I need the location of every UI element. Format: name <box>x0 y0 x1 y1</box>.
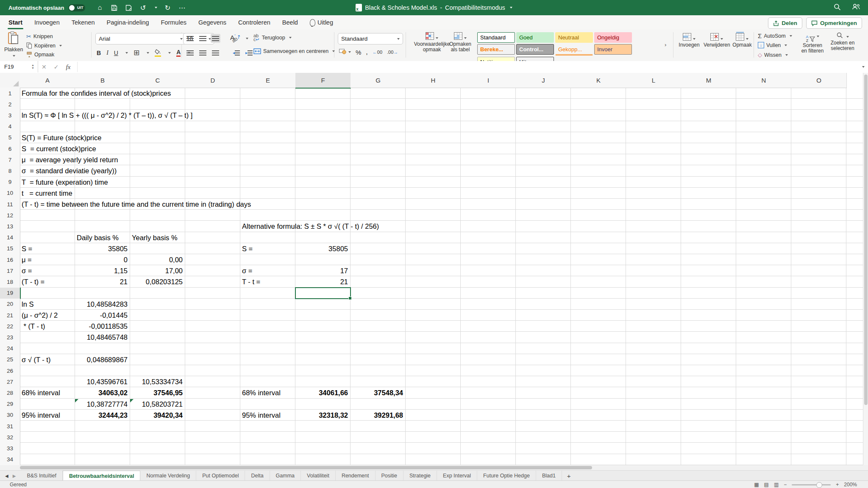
align-right-button[interactable] <box>211 48 220 57</box>
row-header-19[interactable]: 19 <box>0 288 21 299</box>
cell-C29[interactable]: 10,58203721 <box>113 399 183 410</box>
row-header-5[interactable]: 5 <box>0 132 20 144</box>
cell-A6[interactable]: S = current (stock)price <box>22 143 96 154</box>
cell-E30[interactable]: 95% interval <box>242 410 281 421</box>
name-box-spinner[interactable]: ▲▼ <box>31 64 34 69</box>
cell-E13[interactable]: Alternative formula: S ± S * σ √( (T - t… <box>242 221 379 232</box>
comma-format-button[interactable]: , <box>366 48 367 56</box>
format-cells-button[interactable]: Opmaak <box>732 33 753 48</box>
cell-G30[interactable]: 39291,68 <box>334 410 403 421</box>
confirm-entry-icon[interactable]: ✓ <box>54 64 59 70</box>
row-header-22[interactable]: 22 <box>0 321 20 332</box>
italic-button[interactable]: I <box>106 50 108 56</box>
tabs-scroll-left-icon[interactable]: ◀ <box>5 474 8 478</box>
cell-style-chip[interactable]: Neutraal <box>555 32 593 43</box>
horizontal-scrollbar-thumb[interactable] <box>20 466 592 469</box>
cell-A15[interactable]: S = <box>22 243 32 254</box>
row-header-13[interactable]: 13 <box>0 221 20 232</box>
title-chevron-icon[interactable] <box>510 7 512 8</box>
row-header-8[interactable]: 8 <box>0 165 20 177</box>
ribbon-tab-formules[interactable]: Formules <box>155 16 192 30</box>
cell-B25[interactable]: 0,048689867 <box>58 354 128 365</box>
currency-format-button[interactable] <box>339 49 346 55</box>
row-header-7[interactable]: 7 <box>0 154 20 166</box>
column-header-L[interactable]: L <box>626 73 682 88</box>
share-users-icon[interactable] <box>852 3 860 12</box>
page-break-view-icon[interactable]: ▥ <box>774 482 779 488</box>
cell-A10[interactable]: t = current time <box>22 188 72 199</box>
sheet-tab-betrouwbaarheidsinterval[interactable]: Betrouwbaarheidsinterval <box>63 471 141 481</box>
find-select-button[interactable]: Zoeken enselecteren <box>827 32 858 51</box>
fill-button[interactable]: ↓ Vullen <box>758 42 787 48</box>
row-header-16[interactable]: 16 <box>0 254 20 266</box>
row-header-23[interactable]: 23 <box>0 332 20 343</box>
insert-cells-button[interactable]: Invoegen <box>677 33 701 48</box>
increase-decimal-button[interactable]: ←00 <box>373 50 382 55</box>
cell-B20[interactable]: 10,48584283 <box>58 299 128 310</box>
column-header-J[interactable]: J <box>516 73 571 88</box>
ribbon-tab-start[interactable]: Start <box>3 16 28 30</box>
row-header-12[interactable]: 12 <box>0 210 20 221</box>
row-header-11[interactable]: 11 <box>0 199 20 210</box>
cell-B21[interactable]: -0,01445 <box>58 310 128 321</box>
row-header-24[interactable]: 24 <box>0 343 20 355</box>
align-center-button[interactable] <box>198 48 208 57</box>
page-layout-view-icon[interactable]: ▤ <box>764 482 769 488</box>
name-box[interactable]: F19 ▲▼ <box>0 61 38 72</box>
paste-button[interactable]: Plakken <box>4 31 22 58</box>
sheet-tab-future-optie-hedge[interactable]: Future Optie Hedge <box>477 471 536 481</box>
vertical-scrollbar-thumb[interactable] <box>864 75 868 405</box>
sheet-tab-b-s-intu-tief[interactable]: B&S Intuïtief <box>21 471 62 481</box>
row-header-10[interactable]: 10 <box>0 188 20 199</box>
formula-input[interactable] <box>77 62 859 72</box>
delete-cells-button[interactable]: ✕ Verwijderen <box>704 33 730 48</box>
zoom-slider-knob[interactable] <box>816 482 822 488</box>
sheet-tab-exp-interval[interactable]: Exp Interval <box>437 471 477 481</box>
cell-B22[interactable]: -0,00118535 <box>58 321 128 332</box>
ribbon-tab-invoegen[interactable]: Invoegen <box>28 16 66 30</box>
select-all-corner[interactable] <box>0 73 20 88</box>
cell-B14[interactable]: Daily basis % <box>77 232 119 243</box>
row-header-30[interactable]: 30 <box>0 410 20 421</box>
increase-indent-button[interactable]: ▸ <box>244 48 254 57</box>
cell-A22[interactable]: * (T - t) <box>22 321 45 332</box>
cell-style-chip[interactable]: Gekopp... <box>555 44 593 55</box>
align-left-button[interactable] <box>185 48 195 57</box>
cell-style-chip[interactable]: Invoer <box>594 44 632 55</box>
cell-F18[interactable]: 21 <box>278 276 348 287</box>
column-header-K[interactable]: K <box>571 73 626 88</box>
ribbon-tab-beeld[interactable]: Beeld <box>276 16 304 30</box>
column-header-I[interactable]: I <box>461 73 516 88</box>
sheet-tab-volatiliteit[interactable]: Volatiliteit <box>301 471 336 481</box>
cell-F17[interactable]: 17 <box>278 265 348 276</box>
row-header-9[interactable]: 9 <box>0 177 20 188</box>
font-family-select[interactable]: Arial <box>95 33 186 44</box>
cell-F15[interactable]: 35805 <box>278 243 348 254</box>
sheet-tab-blad1[interactable]: Blad1 <box>536 471 562 481</box>
row-header-14[interactable]: 14 <box>0 232 20 244</box>
row-header-31[interactable]: 31 <box>0 421 20 432</box>
cell-A16[interactable]: μ = <box>22 254 32 265</box>
cell-style-chip[interactable]: Standaard <box>477 32 515 43</box>
row-header-21[interactable]: 21 <box>0 310 20 321</box>
cell-A9[interactable]: T = future (experation) time <box>22 177 108 188</box>
row-header-20[interactable]: 20 <box>0 299 20 310</box>
row-header-15[interactable]: 15 <box>0 243 20 255</box>
cell-E28[interactable]: 68% interval <box>242 387 281 398</box>
cell-C16[interactable]: 0,00 <box>113 254 183 265</box>
insert-function-icon[interactable]: fx <box>66 64 70 71</box>
cell-E15[interactable]: S = <box>242 243 253 254</box>
sheet-tab-gamma[interactable]: Gamma <box>270 471 301 481</box>
cut-button[interactable]: ✂Knippen <box>26 33 53 40</box>
row-header-18[interactable]: 18 <box>0 276 20 288</box>
tabs-scroll-right-icon[interactable]: ▶ <box>13 474 16 478</box>
orientation-button[interactable]: ab↗ <box>231 33 242 44</box>
align-top-button[interactable] <box>185 34 195 43</box>
column-header-B[interactable]: B <box>75 73 131 88</box>
cell-A18[interactable]: (T - t) = <box>22 276 45 287</box>
cell-style-chip[interactable]: Ongeldig <box>594 32 632 43</box>
autosum-button[interactable]: Σ AutoSom <box>758 32 792 39</box>
bold-button[interactable]: B <box>97 50 101 56</box>
format-as-table-button[interactable]: Opmaken als tabel <box>446 32 475 53</box>
cell-A3[interactable]: ln S(T) ≈ Φ [ ln S + ((( μ - σ^2) / 2) *… <box>22 110 192 121</box>
